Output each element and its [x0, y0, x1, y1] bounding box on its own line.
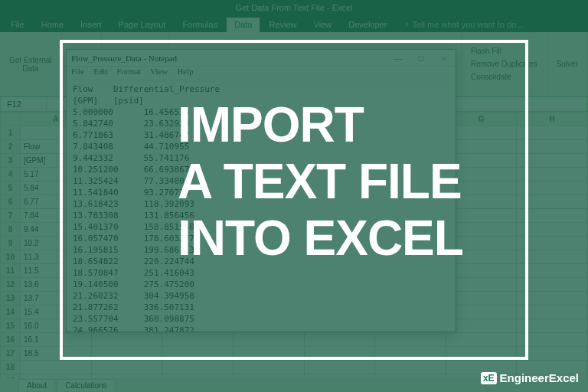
cell[interactable] — [517, 250, 588, 264]
cell[interactable] — [446, 361, 517, 374]
cell[interactable] — [517, 209, 588, 223]
cell[interactable] — [233, 333, 304, 347]
rib-group-get-data[interactable]: Get External Data — [0, 32, 62, 96]
cell[interactable] — [517, 319, 588, 333]
get-external-data-button[interactable]: Get External Data — [6, 54, 55, 74]
cell[interactable] — [233, 347, 304, 361]
cell[interactable] — [517, 154, 588, 168]
ribbon-tab-file[interactable]: File — [3, 18, 32, 32]
row-header[interactable]: 3 — [1, 154, 21, 168]
cell[interactable] — [375, 361, 446, 374]
cell[interactable] — [517, 168, 588, 181]
row-header[interactable]: 12 — [1, 278, 21, 292]
ribbon-tab-data[interactable]: Data — [227, 18, 260, 32]
cell[interactable] — [446, 126, 517, 140]
cell[interactable] — [162, 333, 234, 347]
ribbon-tab-home[interactable]: Home — [34, 18, 71, 32]
notepad-menu-view[interactable]: View — [150, 67, 168, 80]
row-header[interactable]: 2 — [1, 140, 21, 154]
cell[interactable] — [446, 237, 517, 250]
cell[interactable]: 18.5 — [21, 347, 92, 361]
row-header[interactable]: 15 — [1, 319, 21, 333]
cell[interactable] — [446, 292, 517, 305]
sheet-tab-calculations[interactable]: Calculations — [57, 379, 115, 391]
cell[interactable] — [517, 140, 588, 154]
cell[interactable] — [446, 181, 517, 195]
cell[interactable] — [446, 209, 517, 223]
row-header[interactable]: 13 — [1, 292, 21, 305]
cell[interactable] — [91, 333, 162, 347]
notepad-menu-edit[interactable]: Edit — [93, 67, 107, 80]
cell[interactable] — [304, 347, 375, 361]
cell[interactable] — [446, 264, 517, 278]
row-header[interactable]: 5 — [1, 181, 21, 195]
row-header[interactable]: 9 — [1, 237, 21, 250]
minimize-button[interactable]: — — [387, 50, 410, 67]
cell[interactable] — [517, 223, 588, 237]
cell[interactable] — [517, 237, 588, 250]
cell[interactable] — [446, 168, 517, 181]
cell[interactable] — [517, 333, 588, 347]
cell[interactable] — [446, 223, 517, 237]
notepad-window[interactable]: Flow_Pressure_Data - Notepad — □ × FileE… — [66, 49, 456, 332]
consolidate-button[interactable]: Consolidate — [468, 71, 541, 83]
ribbon-tab-insert[interactable]: Insert — [73, 18, 109, 32]
cell[interactable] — [446, 319, 517, 333]
cell[interactable] — [162, 347, 234, 361]
cell[interactable] — [517, 361, 588, 374]
select-all[interactable] — [1, 113, 21, 126]
cell[interactable] — [446, 347, 517, 361]
row-header[interactable]: 1 — [1, 126, 21, 140]
cell[interactable] — [446, 140, 517, 154]
cell[interactable] — [446, 250, 517, 264]
cell[interactable] — [375, 333, 446, 347]
cell[interactable] — [162, 361, 234, 374]
cell[interactable] — [446, 195, 517, 209]
row-header[interactable]: 10 — [1, 250, 21, 264]
cell[interactable] — [517, 126, 588, 140]
cell[interactable] — [304, 361, 375, 374]
ribbon-tab-review[interactable]: Review — [261, 18, 304, 32]
ribbon-tab-page-layout[interactable]: Page Layout — [111, 18, 174, 32]
notepad-menu-file[interactable]: File — [71, 67, 84, 80]
maximize-button[interactable]: □ — [410, 50, 433, 67]
notepad-text-area[interactable]: Flow Differential_Pressure [GPM] [psid] … — [67, 80, 456, 332]
col-header-G[interactable]: G — [446, 113, 517, 126]
tell-me[interactable]: ♀ Tell me what you want to do... — [396, 18, 531, 32]
solver-button[interactable]: Solver — [554, 58, 581, 70]
row-header[interactable]: 14 — [1, 305, 21, 319]
cell[interactable] — [446, 305, 517, 319]
name-box[interactable]: F12 — [1, 98, 47, 110]
cell[interactable] — [517, 264, 588, 278]
cell[interactable] — [517, 347, 588, 361]
row-header[interactable]: 8 — [1, 223, 21, 237]
cell[interactable] — [91, 347, 162, 361]
row-header[interactable]: 7 — [1, 209, 21, 223]
ribbon-tab-view[interactable]: View — [306, 18, 340, 32]
cell[interactable] — [304, 333, 375, 347]
remove-duplicates-button[interactable]: Remove Duplicates — [468, 58, 541, 70]
cell[interactable] — [91, 361, 162, 374]
cell[interactable] — [517, 292, 588, 305]
notepad-menu-help[interactable]: Help — [177, 67, 193, 80]
close-button[interactable]: × — [433, 50, 456, 67]
cell[interactable] — [375, 347, 446, 361]
row-header[interactable]: 4 — [1, 168, 21, 181]
cell[interactable] — [517, 305, 588, 319]
cell[interactable] — [233, 361, 304, 374]
col-header-H[interactable]: H — [517, 113, 588, 126]
cell[interactable] — [446, 154, 517, 168]
flash-fill-button[interactable]: Flash Fill — [468, 45, 541, 57]
row-header[interactable]: 6 — [1, 195, 21, 209]
cell[interactable]: 16.1 — [21, 333, 92, 347]
sheet-tab-about[interactable]: About — [18, 379, 55, 391]
cell[interactable] — [21, 361, 92, 374]
cell[interactable] — [446, 278, 517, 292]
row-header[interactable]: 11 — [1, 264, 21, 278]
ribbon-tab-formulas[interactable]: Formulas — [175, 18, 225, 32]
cell[interactable] — [517, 278, 588, 292]
row-header[interactable]: 18 — [1, 361, 21, 374]
row-header[interactable]: 17 — [1, 347, 21, 361]
cell[interactable] — [517, 195, 588, 209]
notepad-menu-format[interactable]: Format — [116, 67, 141, 80]
